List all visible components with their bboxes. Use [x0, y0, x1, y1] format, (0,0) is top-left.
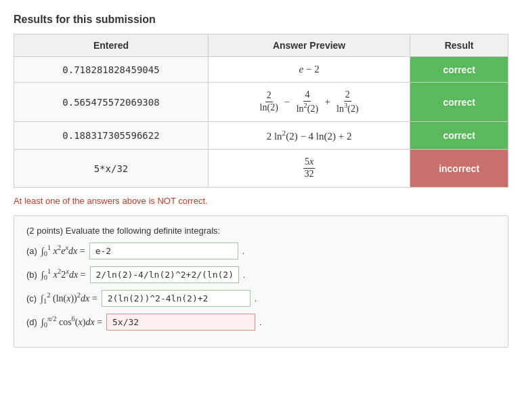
result-badge: incorrect: [410, 150, 508, 188]
problem-title: (2 points) Evaluate the following defini…: [26, 226, 496, 236]
entered-value: 0.718281828459045: [14, 57, 209, 83]
col-header-preview: Answer Preview: [208, 35, 410, 57]
part-label-b: (b): [26, 270, 37, 280]
answer-input-d[interactable]: [106, 314, 255, 331]
problem-part-a: (a) ∫01 x2exdx = .: [26, 243, 496, 259]
problem-part-d: (d) ∫0π/2 cos6(x)dx = .: [26, 314, 496, 331]
part-label-a: (a): [26, 246, 37, 256]
entered-value: 5*x/32: [14, 150, 209, 188]
period-b: .: [243, 270, 246, 280]
integral-label-c: ∫12 (ln(x))2dx =: [41, 291, 97, 305]
part-label-c: (c): [26, 293, 37, 303]
result-badge: correct: [410, 57, 508, 83]
result-badge: correct: [410, 122, 508, 150]
col-header-result: Result: [410, 35, 508, 57]
problem-box: (2 points) Evaluate the following defini…: [14, 215, 508, 348]
entered-value: 0.188317305596622: [14, 122, 209, 150]
table-row: 0.188317305596622 2 ln2(2) − 4 ln(2) + 2…: [14, 122, 508, 150]
page-title: Results for this submission: [14, 14, 508, 26]
answer-input-a[interactable]: [89, 243, 238, 259]
answer-input-c[interactable]: [102, 290, 251, 307]
period-a: .: [242, 246, 245, 256]
answer-preview: 2 ln2(2) − 4 ln(2) + 2: [208, 122, 410, 150]
answer-input-b[interactable]: [90, 266, 239, 283]
table-row: 5*x/32 5x 32 incorrect: [14, 150, 508, 188]
problem-points: (2 points): [26, 226, 63, 236]
warning-message: At least one of the answers above is NOT…: [14, 196, 508, 206]
table-row: 0.565475572069308 2 ln(2) − 4 ln2(2) + 2: [14, 83, 508, 122]
period-d: .: [259, 317, 262, 327]
problem-part-b: (b) ∫01 x22xdx = .: [26, 266, 496, 283]
period-c: .: [255, 293, 257, 303]
integral-label-a: ∫01 x2exdx =: [41, 244, 85, 257]
integral-label-d: ∫0π/2 cos6(x)dx =: [41, 315, 102, 329]
answer-preview: 5x 32: [208, 150, 410, 188]
part-label-d: (d): [26, 317, 37, 327]
problem-description: Evaluate the following definite integral…: [66, 226, 220, 236]
table-row: 0.718281828459045 e − 2 correct: [14, 57, 508, 83]
integral-label-b: ∫01 x22xdx =: [41, 268, 86, 281]
entered-value: 0.565475572069308: [14, 83, 209, 122]
problem-part-c: (c) ∫12 (ln(x))2dx = .: [26, 290, 496, 307]
result-badge: correct: [410, 83, 508, 122]
answer-preview: 2 ln(2) − 4 ln2(2) + 2 ln3(2): [208, 83, 410, 122]
col-header-entered: Entered: [14, 35, 209, 57]
answer-preview: e − 2: [208, 57, 410, 83]
results-table: Entered Answer Preview Result 0.71828182…: [14, 34, 508, 188]
